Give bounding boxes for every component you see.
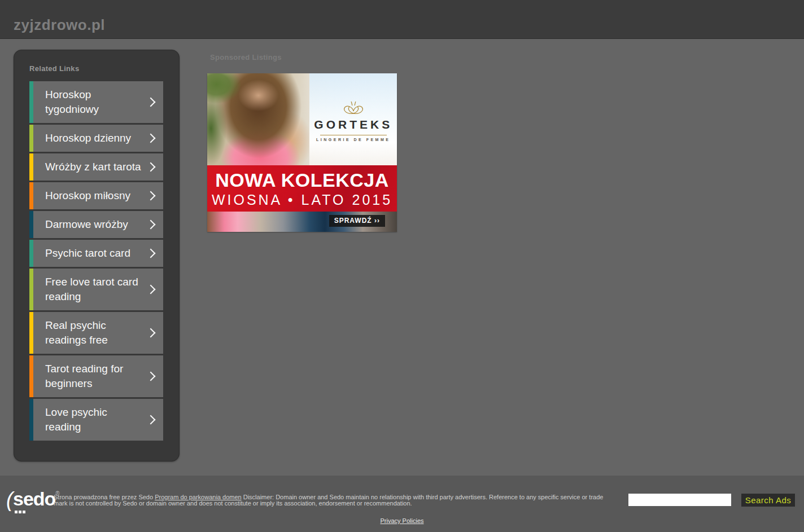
sedo-logo-dots-icon bbox=[15, 511, 25, 513]
sedo-logo-text: sedo bbox=[13, 488, 55, 509]
related-link-label: Love psychic reading bbox=[45, 405, 142, 434]
header: zyjzdrowo.pl bbox=[0, 0, 804, 39]
chevron-right-icon bbox=[146, 249, 156, 258]
related-link-label: Horoskop dzienny bbox=[45, 131, 131, 146]
related-link-item[interactable]: Free love tarot card reading bbox=[29, 269, 163, 310]
ad-headline: NOWA KOLEKCJA bbox=[207, 169, 397, 191]
ad-brand-block: GORTEKS LINGERIE DE FEMME bbox=[309, 73, 397, 165]
related-link-label: Wróżby z kart tarota bbox=[45, 160, 141, 174]
ad-cta-button[interactable]: SPRAWDŹ ›› bbox=[329, 215, 385, 227]
chevron-right-icon bbox=[146, 415, 156, 425]
related-link-label: Psychic tarot card bbox=[45, 246, 130, 261]
related-link-label: Free love tarot card reading bbox=[45, 275, 142, 304]
related-links-list: Horoskop tygodniowyHoroskop dziennyWróżb… bbox=[29, 81, 163, 441]
related-link-label: Horoskop tygodniowy bbox=[45, 87, 142, 117]
chevron-right-icon bbox=[146, 328, 156, 338]
chevron-right-icon bbox=[146, 134, 156, 143]
footer-disclaimer: Strona prowadzona free przez Sedo Progra… bbox=[54, 494, 615, 507]
related-link-item[interactable]: Psychic tarot card bbox=[29, 240, 163, 267]
related-link-item[interactable]: Darmowe wróżby bbox=[29, 211, 163, 238]
related-link-label: Real psychic readings free bbox=[45, 318, 142, 348]
related-link-label: Horoskop miłosny bbox=[45, 188, 130, 203]
sponsored-listings-heading: Sponsored Listings bbox=[210, 53, 282, 61]
related-link-item[interactable]: Wróżby z kart tarota bbox=[29, 153, 163, 181]
search-ads-input[interactable] bbox=[628, 494, 731, 506]
ad-brand-name: GORTEKS bbox=[314, 118, 392, 131]
chevron-right-icon bbox=[146, 162, 156, 172]
related-links-heading: Related Links bbox=[29, 64, 163, 73]
search-ads-button[interactable]: Search Ads bbox=[741, 494, 795, 507]
ad-headline-band: NOWA KOLEKCJA WIOSNA • LATO 2015 bbox=[207, 165, 397, 212]
chevron-right-icon bbox=[146, 98, 156, 107]
chevron-right-icon bbox=[146, 191, 156, 201]
page-title: zyjzdrowo.pl bbox=[14, 16, 105, 34]
sedo-logo[interactable]: (sedo® bbox=[6, 488, 51, 512]
sedo-logo-paren: ( bbox=[6, 488, 13, 511]
footer: (sedo® Strona prowadzona free przez Sedo… bbox=[0, 476, 804, 532]
page-root: zyjzdrowo.pl Related Links Horoskop tygo… bbox=[0, 0, 804, 532]
gorteks-ornament-icon bbox=[338, 101, 369, 116]
related-link-item[interactable]: Tarot reading for beginners bbox=[29, 355, 163, 397]
related-link-item[interactable]: Horoskop tygodniowy bbox=[29, 81, 163, 123]
ad-banner[interactable]: GORTEKS LINGERIE DE FEMME NOWA KOLEKCJA … bbox=[207, 73, 397, 232]
related-link-item[interactable]: Love psychic reading bbox=[29, 399, 163, 441]
ad-brand-tagline: LINGERIE DE FEMME bbox=[316, 138, 390, 142]
ad-photo-bottom-strip: SPRAWDŹ ›› bbox=[207, 212, 397, 232]
privacy-policies-link[interactable]: Privacy Policies bbox=[380, 517, 423, 524]
ad-brand-divider bbox=[320, 135, 387, 135]
main-area: Related Links Horoskop tygodniowyHorosko… bbox=[0, 39, 804, 476]
related-link-item[interactable]: Horoskop dzienny bbox=[29, 125, 163, 152]
related-link-item[interactable]: Real psychic readings free bbox=[29, 312, 163, 354]
related-link-item[interactable]: Horoskop miłosny bbox=[29, 182, 163, 209]
ad-subheadline: WIOSNA • LATO 2015 bbox=[207, 192, 397, 208]
related-link-label: Tarot reading for beginners bbox=[45, 362, 142, 391]
chevron-right-icon bbox=[146, 285, 156, 294]
related-link-label: Darmowe wróżby bbox=[45, 217, 128, 232]
ad-model-photo: GORTEKS LINGERIE DE FEMME bbox=[207, 73, 397, 165]
related-links-panel: Related Links Horoskop tygodniowyHorosko… bbox=[14, 50, 180, 461]
chevron-right-icon bbox=[146, 220, 156, 230]
chevron-right-icon bbox=[146, 372, 156, 381]
